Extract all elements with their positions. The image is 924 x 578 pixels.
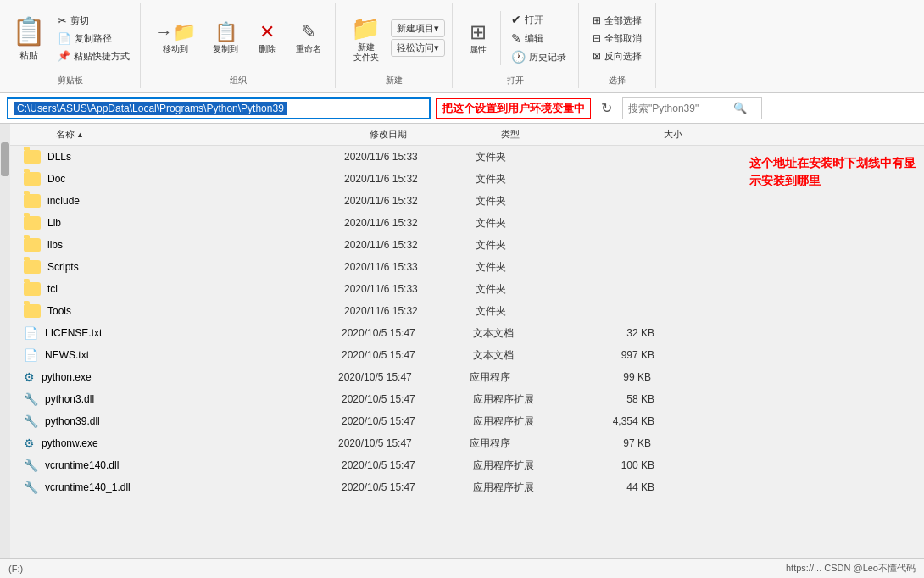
- search-input[interactable]: [628, 103, 730, 114]
- deselect-all-button[interactable]: ⊟ 全部取消: [587, 31, 647, 47]
- cut-button[interactable]: ✂ 剪切: [53, 13, 135, 29]
- open-button[interactable]: ✔ 打开: [506, 11, 571, 28]
- file-row[interactable]: 📄 NEWS.txt 2020/10/5 15:47 文本文档 997 KB: [10, 344, 924, 366]
- invert-selection-button[interactable]: ⊠ 反向选择: [587, 48, 647, 64]
- search-icon: 🔍: [733, 102, 747, 114]
- file-date: 2020/10/5 15:47: [342, 327, 473, 339]
- exe-icon: ⚙: [24, 370, 35, 384]
- properties-button[interactable]: ⊞ 属性: [459, 17, 497, 59]
- file-size: 100 KB: [583, 459, 668, 471]
- file-date: 2020/11/6 15:32: [344, 173, 476, 185]
- file-size: 32 KB: [583, 327, 668, 339]
- rename-button[interactable]: ✎ 重命名: [289, 18, 328, 58]
- col-type-header[interactable]: 类型: [501, 128, 611, 141]
- dll-icon: 🔧: [24, 459, 38, 472]
- file-type: 应用程序: [470, 370, 580, 385]
- exe-icon: ⚙: [24, 436, 35, 450]
- paste-button[interactable]: 📋 粘贴: [5, 3, 53, 73]
- file-name: tcl: [47, 283, 344, 295]
- select-label: 选择: [579, 75, 655, 86]
- file-name: DLLs: [47, 151, 344, 163]
- file-type: 文件夹: [476, 282, 586, 297]
- file-size: 99 KB: [580, 371, 665, 383]
- paste-shortcut-button[interactable]: 📌 粘贴快捷方式: [53, 48, 135, 64]
- file-row[interactable]: 📄 LICENSE.txt 2020/10/5 15:47 文本文档 32 KB: [10, 322, 924, 344]
- file-row[interactable]: ⚙ pythonw.exe 2020/10/5 15:47 应用程序 97 KB: [10, 432, 924, 454]
- file-pane: 名称 ▲ 修改日期 类型 大小 这个地址在安装时下划线中有显 示安装到哪里 DL…: [10, 124, 924, 558]
- file-row[interactable]: tcl 2020/11/6 15:33 文件夹: [10, 278, 924, 300]
- search-box[interactable]: 🔍: [622, 97, 762, 119]
- file-row[interactable]: 🔧 python39.dll 2020/10/5 15:47 应用程序扩展 4,…: [10, 410, 924, 432]
- file-type: 文件夹: [476, 216, 586, 231]
- copy-to-button[interactable]: 📋 复制到: [206, 18, 245, 58]
- file-annotation: 这个地址在安装时下划线中有显 示安装到哪里: [749, 154, 916, 190]
- new-item-button[interactable]: 新建项目▾: [391, 19, 445, 37]
- file-row[interactable]: 🔧 python3.dll 2020/10/5 15:47 应用程序扩展 58 …: [10, 388, 924, 410]
- file-date: 2020/11/6 15:33: [344, 151, 476, 163]
- file-name: Lib: [47, 217, 344, 229]
- file-date: 2020/11/6 15:32: [344, 239, 476, 251]
- ribbon: 📋 粘贴 ✂ 剪切 📄 复制路径 📌 粘贴快捷方式 剪贴板 →📁 移动到 �: [0, 0, 924, 93]
- file-row[interactable]: libs 2020/11/6 15:32 文件夹: [10, 234, 924, 256]
- file-row[interactable]: Tools 2020/11/6 15:32 文件夹: [10, 300, 924, 322]
- col-size-header[interactable]: 大小: [611, 128, 696, 141]
- file-type: 文件夹: [476, 238, 586, 253]
- copy-path-button[interactable]: 📄 复制路径: [53, 31, 135, 47]
- dll-icon: 🔧: [24, 392, 38, 406]
- file-name: Scripts: [47, 261, 344, 273]
- col-date-header[interactable]: 修改日期: [370, 128, 501, 141]
- file-row[interactable]: 🔧 vcruntime140.dll 2020/10/5 15:47 应用程序扩…: [10, 454, 924, 476]
- file-size: 4,354 KB: [583, 415, 668, 427]
- address-input[interactable]: C:\Users\ASUS\AppData\Local\Programs\Pyt…: [7, 97, 431, 119]
- new-folder-button[interactable]: 📁 新建文件夹: [342, 11, 389, 66]
- delete-button[interactable]: ✕ 删除: [248, 18, 286, 58]
- scroll-thumb[interactable]: [1, 142, 9, 176]
- file-row[interactable]: Scripts 2020/11/6 15:33 文件夹: [10, 256, 924, 278]
- file-rows-container: DLLs 2020/11/6 15:33 文件夹 Doc 2020/11/6 1…: [10, 146, 924, 498]
- file-row[interactable]: ⚙ python.exe 2020/10/5 15:47 应用程序 99 KB: [10, 366, 924, 388]
- file-name: Doc: [47, 173, 344, 185]
- easy-access-button[interactable]: 轻松访问▾: [391, 39, 445, 57]
- main-area: 名称 ▲ 修改日期 类型 大小 这个地址在安装时下划线中有显 示安装到哪里 DL…: [0, 124, 924, 558]
- file-type: 文件夹: [476, 172, 586, 186]
- file-date: 2020/11/6 15:33: [344, 283, 476, 295]
- history-button[interactable]: 🕐 历史记录: [506, 48, 571, 65]
- file-date: 2020/10/5 15:47: [338, 437, 470, 449]
- new-label: 新建: [336, 75, 452, 86]
- file-type: 文件夹: [476, 304, 586, 319]
- txt-icon: 📄: [24, 348, 38, 362]
- open-label: 打开: [453, 75, 578, 86]
- file-date: 2020/10/5 15:47: [342, 459, 473, 471]
- file-name: vcruntime140_1.dll: [45, 481, 342, 493]
- file-size: 97 KB: [580, 437, 665, 449]
- move-to-button[interactable]: →📁 移动到: [148, 18, 203, 58]
- folder-icon: [24, 216, 41, 230]
- file-date: 2020/10/5 15:47: [342, 393, 473, 405]
- address-bar-container: C:\Users\ASUS\AppData\Local\Programs\Pyt…: [0, 93, 924, 124]
- clipboard-label: 剪贴板: [0, 75, 140, 86]
- col-name-header[interactable]: 名称 ▲: [56, 128, 370, 141]
- file-list: 这个地址在安装时下划线中有显 示安装到哪里 DLLs 2020/11/6 15:…: [10, 146, 924, 558]
- refresh-button[interactable]: ↻: [596, 98, 617, 118]
- folder-icon: [24, 150, 41, 164]
- file-name: LICENSE.txt: [45, 327, 342, 339]
- edit-button[interactable]: ✎ 编辑: [506, 30, 571, 47]
- file-date: 2020/10/5 15:47: [342, 349, 473, 361]
- file-name: python3.dll: [45, 393, 342, 405]
- file-size: 58 KB: [583, 393, 668, 405]
- file-row[interactable]: 🔧 vcruntime140_1.dll 2020/10/5 15:47 应用程…: [10, 476, 924, 498]
- file-name: libs: [47, 239, 344, 251]
- address-annotation: 把这个设置到用户环境变量中: [436, 98, 591, 119]
- file-name: Tools: [47, 305, 344, 317]
- file-date: 2020/11/6 15:32: [344, 305, 476, 317]
- left-scrollbar-area: [0, 124, 10, 558]
- file-type: 应用程序扩展: [473, 392, 583, 407]
- file-size: 997 KB: [583, 349, 668, 361]
- file-row[interactable]: Lib 2020/11/6 15:32 文件夹: [10, 212, 924, 234]
- ribbon-group-organize: →📁 移动到 📋 复制到 ✕ 删除 ✎ 重命名 组织: [141, 3, 336, 88]
- select-all-button[interactable]: ⊞ 全部选择: [587, 13, 647, 29]
- txt-icon: 📄: [24, 326, 38, 340]
- file-type: 应用程序扩展: [473, 414, 583, 429]
- file-date: 2020/10/5 15:47: [342, 481, 473, 493]
- file-row[interactable]: include 2020/11/6 15:32 文件夹: [10, 190, 924, 212]
